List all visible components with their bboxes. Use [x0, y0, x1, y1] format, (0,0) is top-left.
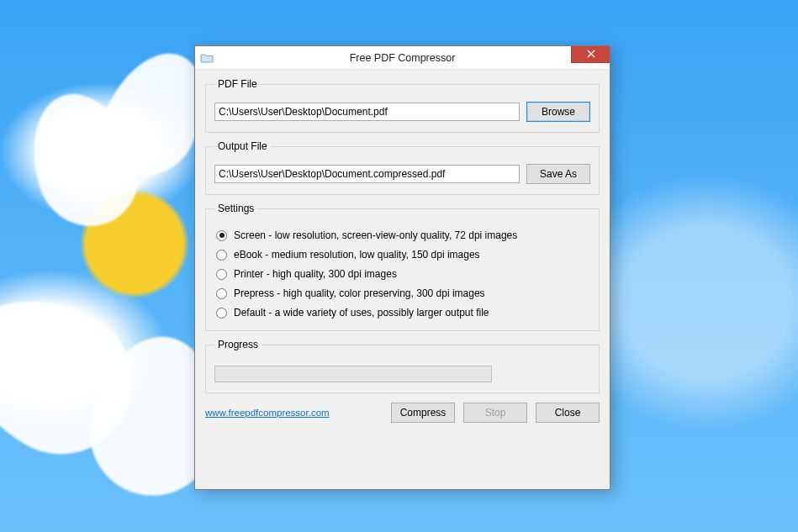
- close-window-button[interactable]: [571, 46, 610, 63]
- folder-icon: [200, 53, 214, 63]
- settings-option[interactable]: Prepress - high quality, color preservin…: [216, 287, 589, 299]
- close-button[interactable]: Close: [536, 403, 600, 423]
- settings-option-label: eBook - medium resolution, low quality, …: [234, 249, 480, 261]
- compress-button[interactable]: Compress: [391, 403, 455, 423]
- progress-group-label: Progress: [214, 339, 262, 350]
- pdf-file-group: PDF File Browse: [205, 78, 600, 133]
- settings-option[interactable]: Screen - low resolution, screen-view-onl…: [216, 229, 589, 241]
- settings-option-label: Printer - high quality, 300 dpi images: [234, 268, 397, 280]
- desktop-wallpaper: Free PDF Compressor PDF File Browse Outp…: [0, 0, 798, 532]
- settings-option-label: Prepress - high quality, color preservin…: [234, 287, 485, 299]
- stop-button[interactable]: Stop: [463, 403, 527, 423]
- footer: www.freepdfcompressor.com Compress Stop …: [205, 401, 600, 423]
- pdf-file-group-label: PDF File: [214, 78, 261, 90]
- save-as-button[interactable]: Save As: [526, 164, 590, 184]
- titlebar[interactable]: Free PDF Compressor: [195, 46, 610, 70]
- settings-option[interactable]: Default - a wide variety of uses, possib…: [216, 307, 589, 319]
- settings-group: Settings Screen - low resolution, screen…: [205, 203, 600, 331]
- radio-icon[interactable]: [216, 230, 227, 241]
- settings-option[interactable]: Printer - high quality, 300 dpi images: [216, 268, 589, 280]
- output-file-group: Output File Save As: [205, 140, 600, 195]
- progress-bar: [214, 366, 492, 382]
- progress-group: Progress: [205, 339, 600, 393]
- app-window: Free PDF Compressor PDF File Browse Outp…: [194, 45, 610, 490]
- output-file-group-label: Output File: [214, 140, 271, 152]
- client-area: PDF File Browse Output File Save As Sett…: [195, 70, 610, 489]
- radio-icon[interactable]: [216, 250, 227, 261]
- pdf-file-path-input[interactable]: [214, 103, 520, 121]
- settings-option-label: Screen - low resolution, screen-view-onl…: [234, 229, 517, 241]
- radio-icon[interactable]: [216, 288, 227, 299]
- website-link[interactable]: www.freepdfcompressor.com: [205, 408, 330, 418]
- radio-icon[interactable]: [216, 308, 227, 319]
- radio-icon[interactable]: [216, 269, 227, 280]
- settings-option-label: Default - a wide variety of uses, possib…: [234, 307, 489, 319]
- settings-group-label: Settings: [214, 203, 257, 214]
- window-title: Free PDF Compressor: [195, 52, 610, 64]
- output-file-path-input[interactable]: [214, 165, 520, 183]
- browse-button[interactable]: Browse: [526, 102, 590, 122]
- settings-option[interactable]: eBook - medium resolution, low quality, …: [216, 249, 589, 261]
